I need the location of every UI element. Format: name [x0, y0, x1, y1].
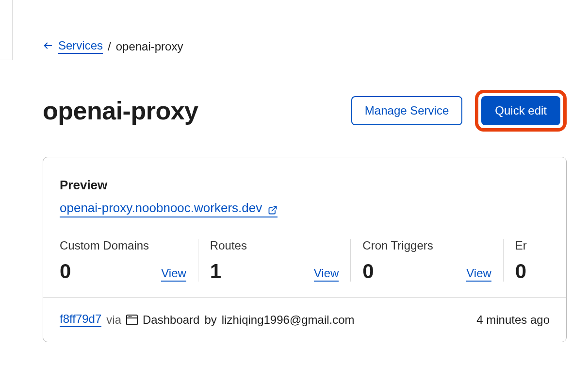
service-summary-card: Preview openai-proxy.noobnooc.workers.de…: [43, 157, 567, 342]
breadcrumb: Services / openai-proxy: [43, 39, 588, 54]
svg-line-1: [272, 206, 277, 211]
dashboard-icon: [126, 315, 138, 325]
commit-hash-link[interactable]: f8ff79d7: [60, 312, 101, 327]
deployment-footer: f8ff79d7 via Dashboard by lizhiqing1996@…: [43, 297, 566, 342]
by-text: by: [204, 313, 216, 327]
quick-edit-highlight: Quick edit: [475, 90, 567, 132]
breadcrumb-separator: /: [108, 40, 111, 53]
source-text: Dashboard: [143, 313, 199, 327]
preview-label: Preview: [60, 178, 550, 193]
stat-value: 0: [60, 261, 71, 282]
manage-service-button[interactable]: Manage Service: [351, 96, 462, 125]
time-ago: 4 minutes ago: [476, 313, 550, 327]
stat-label: Custom Domains: [60, 239, 186, 252]
stat-label: Routes: [210, 239, 339, 252]
sidebar-sliver: [0, 0, 13, 60]
stat-value: 0: [515, 261, 526, 282]
stat-label: Cron Triggers: [362, 239, 491, 252]
view-cron-link[interactable]: View: [466, 267, 491, 282]
preview-url-link[interactable]: openai-proxy.noobnooc.workers.dev: [60, 200, 278, 217]
stat-cron-triggers: Cron Triggers 0 View: [350, 239, 503, 282]
via-text: via: [106, 313, 121, 327]
breadcrumb-services-link[interactable]: Services: [58, 39, 103, 54]
author-text: lizhiqing1996@gmail.com: [222, 313, 355, 327]
svg-rect-2: [127, 315, 137, 325]
stat-routes: Routes 1 View: [198, 239, 350, 282]
stat-custom-domains: Custom Domains 0 View: [60, 239, 198, 282]
breadcrumb-current: openai-proxy: [116, 40, 183, 53]
page-title: openai-proxy: [43, 96, 198, 125]
stat-value: 0: [362, 261, 374, 282]
quick-edit-button[interactable]: Quick edit: [481, 96, 560, 125]
external-link-icon: [268, 203, 278, 213]
stat-value: 1: [210, 261, 221, 282]
stat-truncated: Er 0: [503, 239, 550, 282]
view-routes-link[interactable]: View: [314, 267, 339, 282]
preview-url-text: openai-proxy.noobnooc.workers.dev: [60, 200, 262, 216]
stat-label: Er: [515, 239, 538, 252]
back-arrow-icon[interactable]: [43, 40, 53, 53]
view-custom-domains-link[interactable]: View: [161, 267, 186, 282]
